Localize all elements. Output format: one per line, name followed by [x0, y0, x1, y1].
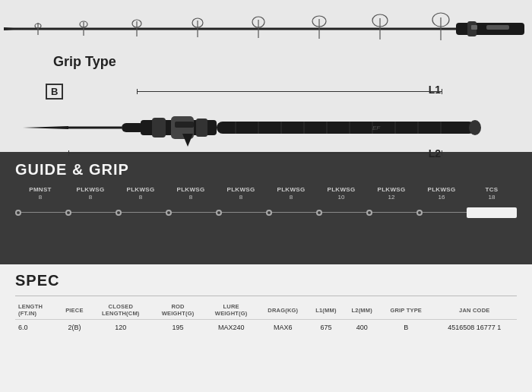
connector-0: [21, 212, 65, 213]
spec-rod-weight: 195: [151, 320, 204, 336]
guide-item-7: PLKWSG 12: [366, 186, 416, 220]
guide-number-3: 8: [189, 194, 192, 201]
guide-type-1: PLKWSG: [77, 186, 105, 194]
svg-rect-31: [217, 122, 475, 134]
spec-section: SPEC LENGTH(ft.in) PIECE CLOSEDLENGTH(cm…: [0, 264, 532, 392]
guide-dot-3: [166, 210, 172, 216]
guide-type-0: PMNST: [29, 186, 52, 194]
rod-top-image: [0, 8, 532, 49]
svg-text:EF: EF: [372, 125, 381, 131]
guide-grid: PMNST 8 PLKWSG 8 PLKWSG 8 PLKWSG: [15, 186, 517, 220]
guide-type-7: PLKWSG: [378, 186, 406, 194]
grip-diagram: B L1 L2: [23, 76, 509, 167]
b-label: B: [46, 84, 63, 100]
header-length: LENGTH(ft.in): [15, 301, 59, 320]
guide-item-4: PLKWSG 8: [216, 186, 266, 220]
svg-marker-22: [23, 126, 68, 129]
spec-table: LENGTH(ft.in) PIECE CLOSEDLENGTH(cm) ROD…: [15, 301, 517, 335]
guide-number-0: 8: [39, 194, 42, 201]
spec-drag: MAX6: [258, 320, 308, 336]
header-drag: Drag(kg): [258, 301, 308, 320]
guide-item-1: PLKWSG 8: [65, 186, 116, 220]
svg-rect-29: [175, 122, 194, 128]
grip-section: Grip Type B L1 L2: [0, 49, 532, 167]
guide-number-4: 8: [239, 194, 242, 201]
guide-number-5: 8: [290, 194, 293, 201]
guide-dot-1: [65, 210, 71, 216]
l1-line: [137, 91, 442, 92]
grip-rod-container: EF: [23, 105, 509, 147]
guide-type-4: PLKWSG: [227, 186, 255, 194]
guide-line-0: [15, 205, 65, 220]
connector-6: [322, 212, 366, 213]
guide-line-2: [116, 205, 166, 220]
connector-4: [222, 212, 266, 213]
connector-3: [172, 212, 216, 213]
svg-point-42: [469, 120, 481, 135]
header-grip-type: GRIP TYPE: [380, 301, 432, 320]
guide-line-5: [266, 205, 316, 220]
spec-lure-weight: MAX240: [204, 320, 258, 336]
grip-type-title: Grip Type: [53, 54, 509, 70]
header-l1: L1(mm): [308, 301, 344, 320]
guide-type-8: PLKWSG: [428, 186, 456, 194]
tcs-type: TCS: [486, 186, 499, 194]
guide-type-5: PLKWSG: [277, 186, 306, 194]
header-piece: PIECE: [59, 301, 90, 320]
top-section: Grip Type B L1 L2: [0, 0, 532, 152]
header-rod-weight: RODWEIGHT(g): [151, 301, 204, 320]
spec-data-row: 6.0 2(B) 120 195 MAX240 MAX6 675 400 B 4…: [15, 320, 517, 336]
header-lure-weight: LUREWEIGHT(g): [204, 301, 258, 320]
svg-rect-28: [196, 119, 207, 137]
guide-dot-2: [116, 210, 122, 216]
spec-length: 6.0: [15, 320, 59, 336]
spec-grip-type: B: [380, 320, 432, 336]
guide-item-5: PLKWSG 8: [266, 186, 316, 220]
header-closed-length: CLOSEDLENGTH(cm): [90, 301, 151, 320]
l2-line: [68, 153, 442, 153]
l1-label: L1: [429, 84, 441, 96]
guide-line-6: [316, 205, 366, 220]
guide-item-2: PLKWSG 8: [116, 186, 166, 220]
tcs-number: 18: [489, 194, 496, 201]
guide-number-1: 8: [89, 194, 92, 201]
header-jan-code: JAN CODE: [432, 301, 517, 320]
guide-line-1: [65, 205, 116, 220]
grip-rod-svg: EF: [23, 105, 509, 150]
guide-line-7: [366, 205, 416, 220]
guide-item-0: PMNST 8: [15, 186, 65, 220]
spec-closed-length: 120: [90, 320, 151, 336]
svg-rect-26: [152, 118, 166, 138]
guide-dot-0: [15, 210, 21, 216]
spec-l2: 400: [344, 320, 380, 336]
svg-rect-21: [471, 25, 477, 30]
tcs-bar: [467, 207, 517, 218]
connector-1: [71, 212, 116, 213]
guide-number-7: 12: [388, 194, 395, 201]
connector-5: [272, 212, 316, 213]
guide-type-6: PLKWSG: [328, 186, 356, 194]
guide-item-6: PLKWSG 10: [316, 186, 366, 220]
connector-2: [122, 212, 166, 213]
spec-header-row: LENGTH(ft.in) PIECE CLOSEDLENGTH(cm) ROD…: [15, 301, 517, 320]
spec-title: SPEC: [15, 272, 517, 289]
svg-rect-20: [486, 25, 509, 30]
guide-dot-8: [416, 210, 423, 216]
guide-item-8: PLKWSG 16: [416, 186, 467, 220]
guide-line-4: [216, 205, 266, 220]
connector-8: [423, 212, 467, 213]
guide-grip-section: GUIDE & GRIP PMNST 8 PLKWSG 8 PLKWSG 8: [0, 152, 532, 264]
guide-type-3: PLKWSG: [177, 186, 205, 194]
guide-line-8: [416, 205, 467, 220]
guide-number-6: 10: [338, 194, 345, 201]
guide-dot-4: [216, 210, 222, 216]
spec-jan-code: 4516508 16777 1: [432, 320, 517, 336]
guide-dot-6: [316, 210, 322, 216]
spec-piece: 2(B): [59, 320, 90, 336]
spec-l1: 675: [308, 320, 344, 336]
guide-item-3: PLKWSG 8: [166, 186, 216, 220]
tcs-line-container: [467, 205, 517, 220]
guide-number-2: 8: [139, 194, 142, 201]
header-l2: L2(mm): [344, 301, 380, 320]
connector-7: [372, 212, 416, 213]
